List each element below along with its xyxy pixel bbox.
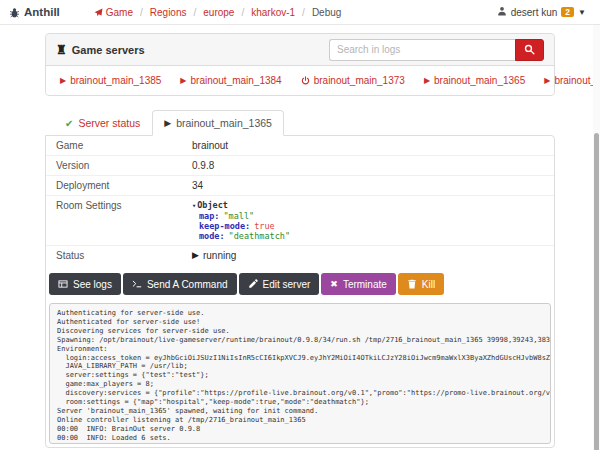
json-tree-entry: map"mall" <box>192 211 290 221</box>
panel-title: ♜ Game servers <box>56 44 145 56</box>
brand-label: Anthill <box>24 6 60 18</box>
main-content: ♜ Game servers <box>45 33 555 448</box>
play-icon: ▶ <box>164 118 171 128</box>
breadcrumb-item-regions[interactable]: Regions <box>150 7 187 18</box>
search-group <box>329 39 544 61</box>
game-servers-panel: ♜ Game servers <box>45 33 555 96</box>
play-icon: ▶ <box>60 77 66 85</box>
breadcrumb-item-debug[interactable]: Debug <box>312 7 341 18</box>
edit-server-button[interactable]: Edit server <box>239 273 320 295</box>
detail-row-version: Version 0.9.8 <box>46 155 554 175</box>
server-link-brainout-main-1385[interactable]: ▶ brainout_main_1385 <box>60 75 161 86</box>
json-tree-entry: keep-modetrue <box>192 221 290 231</box>
play-icon: ▶ <box>544 77 550 85</box>
status-badge: ▶ running <box>192 250 236 261</box>
kill-button[interactable]: Kill <box>398 273 444 295</box>
play-icon: ▶ <box>180 77 186 85</box>
detail-row-deployment: Deployment 34 <box>46 175 554 195</box>
chevron-down-icon: ▼ <box>578 8 586 17</box>
terminal-icon <box>132 279 142 289</box>
rook-icon: ♜ <box>56 44 67 56</box>
server-link-brainout-main-1365[interactable]: ▶ brainout_main_1365 <box>424 75 525 86</box>
power-icon <box>301 76 310 85</box>
scrollbar-thumb[interactable] <box>594 133 599 450</box>
detail-row-room-settings: Room Settings ▾Object map"mall" keep-mod… <box>46 195 554 245</box>
tab-bar: ✔ Server status ▶ brainout_main_1365 <box>45 110 555 135</box>
see-logs-button[interactable]: See logs <box>49 273 121 295</box>
breadcrumb-separator: / <box>194 7 197 18</box>
app: Anthill Game / Regions / europe / kharko… <box>0 0 600 450</box>
server-link-brainout-main-1384[interactable]: ▶ brainout_main_1384 <box>180 75 281 86</box>
breadcrumb-separator: / <box>140 7 143 18</box>
tab-brainout-main-1365[interactable]: ▶ brainout_main_1365 <box>152 110 284 136</box>
navbar: Anthill Game / Regions / europe / kharko… <box>0 0 600 25</box>
logs-icon <box>58 279 68 289</box>
play-icon: ▶ <box>424 77 430 85</box>
json-tree-entry: mode"deathmatch" <box>192 231 290 241</box>
server-link-brainout-lobby-1382[interactable]: ▶ brainout_lobby_1382 <box>544 75 600 86</box>
breadcrumb-item-europe[interactable]: europe <box>203 7 234 18</box>
action-toolbar: See logs Send A Command <box>46 265 554 295</box>
detail-row-status: Status ▶ running <box>46 245 554 265</box>
pencil-icon <box>248 279 258 289</box>
panel-title-label: Game servers <box>72 44 145 56</box>
user-name: desert kun <box>511 7 558 18</box>
breadcrumb-item-kharkov-1[interactable]: kharkov-1 <box>251 7 295 18</box>
detail-row-game: Game brainout <box>46 136 554 155</box>
trash-icon <box>407 279 417 289</box>
notification-badge: 2 <box>561 7 574 18</box>
chevron-down-icon: ▾ <box>192 202 196 210</box>
play-icon: ▶ <box>192 250 199 261</box>
user-icon <box>497 6 507 18</box>
scrollbar-track[interactable] <box>593 25 600 450</box>
search-icon <box>524 41 535 59</box>
bug-icon <box>9 7 20 18</box>
server-list: ▶ brainout_main_1385 ▶ brainout_main_138… <box>46 66 554 95</box>
json-tree: ▾Object map"mall" keep-modetrue mode"dea… <box>192 200 290 241</box>
paper-plane-icon <box>94 8 103 17</box>
json-tree-root[interactable]: ▾Object <box>192 200 290 211</box>
check-icon: ✔ <box>65 118 73 129</box>
tab-server-status[interactable]: ✔ Server status <box>53 110 152 136</box>
server-detail-panel: Game brainout Version 0.9.8 Deployment 3… <box>45 135 555 448</box>
game-servers-panel-heading: ♜ Game servers <box>46 34 554 66</box>
brand[interactable]: Anthill <box>9 6 60 18</box>
breadcrumb-separator: / <box>241 7 244 18</box>
search-input[interactable] <box>329 39 515 61</box>
send-command-button[interactable]: Send A Command <box>123 273 237 295</box>
server-log[interactable]: Authenticating for server-side use.Authe… <box>49 303 551 444</box>
breadcrumb-item-game[interactable]: Game <box>94 7 133 18</box>
breadcrumb: Game / Regions / europe / kharkov-1 / De… <box>94 7 342 18</box>
search-button[interactable] <box>515 39 544 61</box>
server-link-brainout-main-1373[interactable]: brainout_main_1373 <box>301 75 405 86</box>
terminate-button[interactable]: ✖ Terminate <box>321 273 395 295</box>
user-menu[interactable]: desert kun 2 ▼ <box>497 6 586 18</box>
x-icon: ✖ <box>330 280 338 289</box>
breadcrumb-separator: / <box>302 7 305 18</box>
